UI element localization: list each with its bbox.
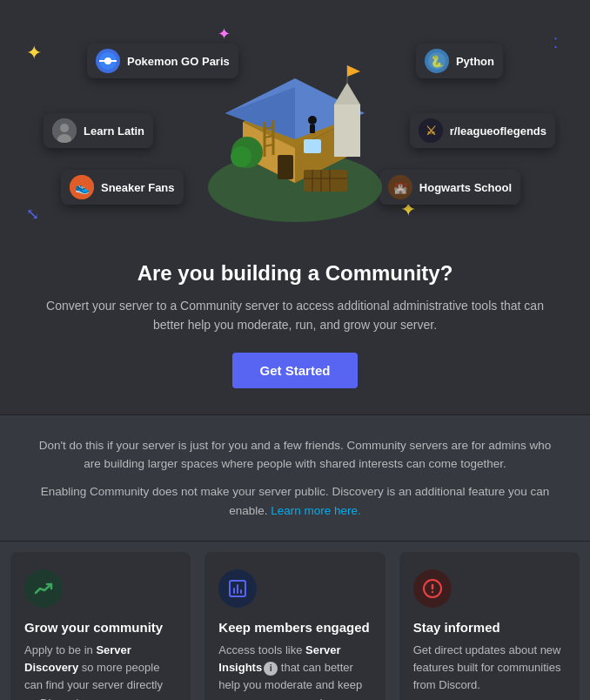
grow-icon-wrap: [24, 569, 63, 608]
svg-text:👟: 👟: [75, 180, 91, 195]
feature-informed-title: Stay informed: [413, 620, 566, 635]
hero-text: Are you building a Community? Convert yo…: [17, 261, 573, 388]
svg-point-28: [231, 146, 251, 167]
svg-rect-21: [278, 155, 293, 179]
svg-text:🏰: 🏰: [393, 180, 408, 195]
dots-icon: ⁚: [553, 35, 560, 51]
hero-subtitle: Convert your server to a Community serve…: [34, 296, 556, 335]
svg-text:⚔: ⚔: [425, 124, 436, 138]
hero-title: Are you building a Community?: [17, 261, 573, 286]
feature-grow: Grow your community Apply to be in Serve…: [10, 552, 191, 700]
badge-sneaker: 👟 Sneaker Fans: [61, 170, 184, 205]
svg-point-34: [308, 116, 317, 125]
info-paragraph-1: Don't do this if your server is just for…: [35, 436, 555, 474]
feature-engage-desc: Access tools like Server Insightsi that …: [218, 642, 371, 700]
badge-latin-label: Learn Latin: [84, 125, 144, 138]
feature-informed: Stay informed Get direct updates about n…: [399, 552, 580, 700]
feature-grow-title: Grow your community: [24, 620, 177, 635]
info-paragraph-2: Enabling Community does not make your se…: [35, 482, 555, 520]
svg-rect-35: [310, 125, 315, 133]
engage-icon-wrap: [218, 569, 257, 608]
get-started-button[interactable]: Get Started: [232, 353, 359, 388]
info-tooltip-icon[interactable]: i: [264, 662, 278, 676]
isometric-house: [199, 17, 391, 226]
badge-python-label: Python: [456, 55, 494, 68]
badge-lol: ⚔ r/leagueoflegends: [410, 113, 555, 148]
svg-point-6: [60, 124, 69, 132]
sparkle-icon: ✦: [26, 44, 42, 63]
informed-icon-wrap: [413, 569, 452, 608]
informed-icon: [422, 578, 443, 599]
feature-engage-title: Keep members engaged: [218, 620, 371, 635]
svg-rect-36: [304, 170, 347, 192]
svg-rect-22: [304, 139, 321, 153]
features-section: Grow your community Apply to be in Serve…: [0, 542, 590, 700]
feature-grow-prefix: Apply to be in: [24, 643, 96, 656]
badge-hogwarts-label: Hogwarts School: [419, 181, 512, 194]
engage-icon: [227, 578, 248, 599]
hero-section: ✦ ✦ ⁚ ✦ ⤡ Pokemon GO Paris 🐍 Python Lear…: [0, 0, 590, 415]
svg-marker-26: [347, 65, 360, 77]
feature-informed-desc: Get direct updates about new features bu…: [413, 642, 566, 694]
badge-python: 🐍 Python: [416, 44, 503, 78]
badge-hogwarts: 🏰 Hogwarts School: [379, 170, 520, 205]
feature-engage: Keep members engaged Access tools like S…: [204, 552, 385, 700]
svg-rect-23: [334, 104, 360, 157]
grow-icon: [33, 578, 54, 599]
info-section: Don't do this if your server is just for…: [0, 415, 590, 542]
hero-illustration: ✦ ✦ ⁚ ✦ ⤡ Pokemon GO Paris 🐍 Python Lear…: [17, 17, 573, 244]
feature-grow-desc: Apply to be in Server Discovery so more …: [24, 642, 177, 700]
learn-more-link[interactable]: Learn more here.: [271, 504, 361, 517]
badge-latin: Learn Latin: [44, 113, 153, 148]
badge-sneaker-label: Sneaker Fans: [101, 181, 175, 194]
svg-rect-2: [99, 60, 117, 62]
svg-point-47: [431, 591, 432, 593]
svg-marker-24: [334, 83, 360, 104]
feature-engage-prefix: Access tools like: [218, 643, 305, 656]
arrows-icon: ⤡: [26, 205, 39, 224]
badge-lol-label: r/leagueoflegends: [450, 125, 546, 138]
svg-text:🐍: 🐍: [430, 54, 445, 69]
